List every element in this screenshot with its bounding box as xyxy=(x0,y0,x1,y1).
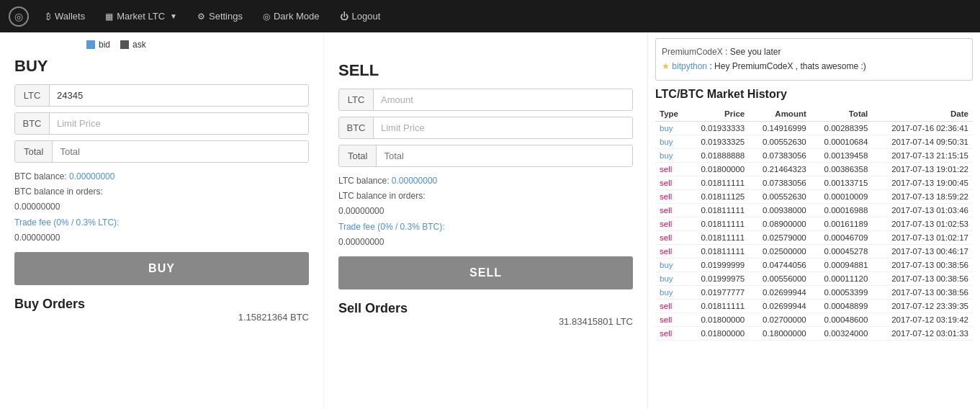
navbar: ◎ ₿ Wallets ▦ Market LTC ▼ ⚙ Settings ◎ … xyxy=(0,0,980,32)
cell-type: buy xyxy=(655,148,688,162)
buy-btc-orders: BTC balance in orders: xyxy=(14,185,309,199)
cell-type: sell xyxy=(655,189,688,203)
cell-price: 0.01811111 xyxy=(688,244,750,258)
cell-amount: 0.00556000 xyxy=(749,271,811,285)
bid-label: bid xyxy=(99,40,110,50)
sell-orders-title: Sell Orders xyxy=(338,301,633,316)
cell-total: 0.00046709 xyxy=(811,230,873,244)
buy-ltc-input[interactable] xyxy=(50,85,308,106)
nav-darkmode[interactable]: ◎ Dark Mode xyxy=(260,11,323,22)
cell-amount: 0.02699944 xyxy=(749,299,811,313)
buy-trade-fee-label: Trade fee (0% / 0.3% LTC): xyxy=(14,217,119,228)
nav-wallets[interactable]: ₿ Wallets xyxy=(43,11,88,22)
nav-logout[interactable]: ⏻ Logout xyxy=(337,11,384,22)
wallet-icon: ₿ xyxy=(46,12,51,22)
brand-icon: ◎ xyxy=(14,11,23,22)
table-header: Type Price Amount Total Date xyxy=(655,107,973,122)
buy-button[interactable]: BUY xyxy=(14,252,309,285)
sell-title: SELL xyxy=(338,61,633,80)
col-total: Total xyxy=(811,107,873,122)
cell-type: sell xyxy=(655,203,688,217)
cell-price: 0.01800000 xyxy=(688,162,750,176)
table-row: sell 0.01811111 0.02500000 0.00045278 20… xyxy=(655,244,973,258)
nav-wallets-label: Wallets xyxy=(55,11,85,22)
cell-amount: 0.18000000 xyxy=(749,326,811,340)
cell-date: 2017-07-13 01:02:53 xyxy=(872,217,973,230)
cell-date: 2017-07-12 23:39:35 xyxy=(872,299,973,313)
buy-btc-orders-val: 0.00000000 xyxy=(14,202,60,212)
sell-btc-input-group: BTC xyxy=(338,117,633,139)
table-row: buy 0.01977777 0.02699944 0.00053399 201… xyxy=(655,285,973,299)
legend-bid: bid xyxy=(86,40,110,50)
buy-btc-balance: BTC balance: 0.00000000 xyxy=(14,170,309,184)
cell-price: 0.01933325 xyxy=(688,135,750,148)
col-price: Price xyxy=(688,107,750,122)
history-panel: PremiumCodeX : See you later ★ bitpython… xyxy=(648,32,980,409)
cell-type: sell xyxy=(655,217,688,230)
cell-total: 0.00324000 xyxy=(811,326,873,340)
table-row: sell 0.01811111 0.07383056 0.00133715 20… xyxy=(655,176,973,189)
table-row: buy 0.01888888 0.07383056 0.00139458 201… xyxy=(655,148,973,162)
sell-btc-input[interactable] xyxy=(374,117,632,138)
sell-ltc-input[interactable] xyxy=(374,89,632,110)
cell-amount: 0.07383056 xyxy=(749,148,811,162)
nav-settings[interactable]: ⚙ Settings xyxy=(194,11,246,22)
table-row: sell 0.01811111 0.02699944 0.00048899 20… xyxy=(655,299,973,313)
table-row: sell 0.01800000 0.21464323 0.00386358 20… xyxy=(655,162,973,176)
buy-orders-title: Buy Orders xyxy=(14,297,309,312)
sell-trade-fee: Trade fee (0% / 0.3% BTC): xyxy=(338,220,633,234)
moon-icon: ◎ xyxy=(263,12,270,22)
table-row: buy 0.01933333 0.14916999 0.00288395 201… xyxy=(655,121,973,135)
cell-total: 0.00288395 xyxy=(811,121,873,135)
nav-settings-label: Settings xyxy=(209,11,243,22)
sell-total-label: Total xyxy=(339,145,377,166)
cell-date: 2017-07-13 00:38:56 xyxy=(872,285,973,299)
sell-panel: SELL LTC BTC Total LTC balance: 0.000000… xyxy=(324,32,648,409)
cell-amount: 0.04744056 xyxy=(749,258,811,271)
ask-label: ask xyxy=(132,40,146,50)
nav-market[interactable]: ▦ Market LTC ▼ xyxy=(102,11,180,22)
buy-trade-fee-val: 0.00000000 xyxy=(14,233,60,243)
chat-user-1: PremiumCodeX xyxy=(662,47,723,57)
sell-ltc-balance-value: 0.00000000 xyxy=(392,176,437,186)
nav-market-label: Market LTC xyxy=(117,11,165,22)
cell-total: 0.00133715 xyxy=(811,176,873,189)
table-row: sell 0.01811111 0.00938000 0.00016988 20… xyxy=(655,203,973,217)
cell-type: sell xyxy=(655,299,688,313)
cell-type: sell xyxy=(655,326,688,340)
chat-message-2: ★ bitpython : Hey PremiumCodeX , thats a… xyxy=(662,59,966,73)
table-row: buy 0.01999975 0.00556000 0.00011120 201… xyxy=(655,271,973,285)
cell-amount: 0.02579000 xyxy=(749,230,811,244)
cell-price: 0.01800000 xyxy=(688,313,750,326)
col-type: Type xyxy=(655,107,688,122)
chat-user-2[interactable]: bitpython xyxy=(672,61,707,71)
buy-total-input[interactable] xyxy=(53,141,308,162)
chevron-down-icon: ▼ xyxy=(170,12,177,20)
buy-btc-input[interactable] xyxy=(50,113,308,134)
cell-amount: 0.21464323 xyxy=(749,162,811,176)
cell-price: 0.01888888 xyxy=(688,148,750,162)
sell-total-input[interactable] xyxy=(377,145,632,166)
cell-total: 0.00010009 xyxy=(811,189,873,203)
cell-price: 0.01811125 xyxy=(688,189,750,203)
gear-icon: ⚙ xyxy=(197,12,205,22)
table-row: sell 0.01811111 0.02579000 0.00046709 20… xyxy=(655,230,973,244)
sell-ltc-orders-label: LTC balance in orders: xyxy=(338,191,426,201)
legend-ask: ask xyxy=(120,40,146,50)
cell-type: buy xyxy=(655,258,688,271)
sell-orders-total: 31.83415801 LTC xyxy=(338,316,633,327)
cell-date: 2017-07-13 21:15:15 xyxy=(872,148,973,162)
chart-legend: bid ask xyxy=(72,40,324,50)
buy-btc-input-group: BTC xyxy=(14,112,309,135)
cell-type: buy xyxy=(655,135,688,148)
buy-btc-balance-value: 0.00000000 xyxy=(69,171,114,181)
buy-btc-orders-value: 0.00000000 xyxy=(14,200,309,214)
sell-button[interactable]: SELL xyxy=(338,256,633,289)
buy-btc-orders-label: BTC balance in orders: xyxy=(14,186,103,197)
market-history-table: Type Price Amount Total Date buy 0.01933… xyxy=(655,107,973,341)
cell-amount: 0.07383056 xyxy=(749,176,811,189)
cell-price: 0.01800000 xyxy=(688,326,750,340)
sell-trade-fee-label: Trade fee (0% / 0.3% BTC): xyxy=(338,222,445,232)
buy-btc-prefix: BTC xyxy=(15,113,50,134)
cell-type: sell xyxy=(655,162,688,176)
